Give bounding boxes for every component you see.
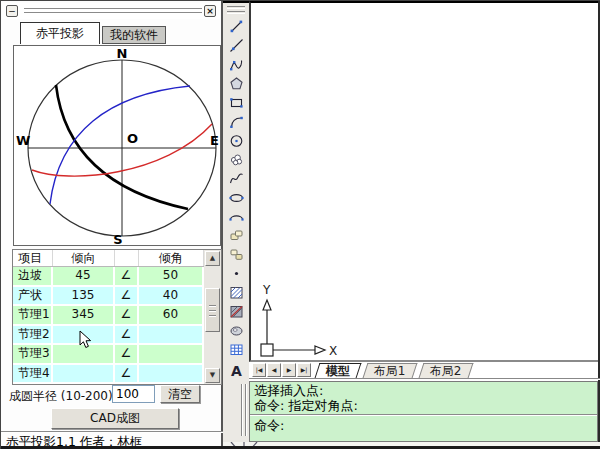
svg-text:A: A [231,363,242,377]
label-center: O [127,131,138,146]
radius-label: 成圆半径 (10-200) [9,388,113,405]
table-row[interactable]: 节理3 ∠ [13,345,221,365]
spline-tool-button[interactable] [225,169,247,188]
tab-layout1[interactable]: 布局1 [363,363,418,378]
arc-tool-button[interactable] [225,112,247,131]
point-icon [229,266,244,281]
table-row[interactable]: 节理4 ∠ [13,365,221,385]
spline-icon [229,171,244,186]
table-row[interactable]: 边坡 45 ∠ 50 [13,267,221,287]
construction-line-tool-button[interactable] [225,36,247,55]
tab-model[interactable]: 模型 [315,363,362,378]
titlebar-grip [24,8,202,11]
status-separator [1,431,223,433]
radius-input[interactable] [112,385,155,403]
table-row[interactable]: 节理1 345 ∠ 60 [13,306,221,326]
layout-tab-bar: |◀ ◀ ▶ ▶| 模型 布局1 布局2 [251,362,598,379]
attitude-table: 项目 倾向 倾角 边坡 45 ∠ 50 产状 135 ∠ 40 节理1 345 … [12,249,222,385]
header-item: 项目 [13,250,53,266]
close-button[interactable]: × [204,5,216,17]
command-history: 选择插入点: 命令: 指定对角点: [250,382,597,414]
command-input-line[interactable]: 命令: [250,416,597,435]
make-block-tool-button[interactable] [225,245,247,264]
line-icon [229,19,244,34]
make-block-icon [229,247,244,262]
app-window: − × 赤平投影 我的软件 N S W E O [0,0,600,449]
table-row[interactable]: 产状 135 ∠ 40 [13,287,221,307]
multiline-text-icon: A [229,361,244,376]
circle-tool-button[interactable] [225,131,247,150]
point-tool-button[interactable] [225,264,247,283]
header-angle-symbol [115,250,139,266]
command-window-divider [223,378,600,380]
scroll-down-icon[interactable]: ▼ [205,368,220,383]
tab-stereographic-projection[interactable]: 赤平投影 [20,22,100,44]
tab-layout2[interactable]: 布局2 [418,363,473,378]
arc-icon [229,114,244,129]
command-window[interactable]: 选择插入点: 命令: 指定对角点: 命令: [249,381,598,442]
polyline-icon [229,57,244,72]
clear-button[interactable]: 清空 [160,385,200,403]
stereonet-panel: − × 赤平投影 我的软件 N S W E O [1,1,223,449]
hatch-icon [229,285,244,300]
ellipse-icon [229,190,244,205]
rectangle-tool-button[interactable] [225,93,247,112]
first-tab-icon[interactable]: |◀ [252,363,266,377]
command-window-margin [223,377,249,449]
multiline-text-tool-button[interactable]: A [225,359,247,378]
scroll-up-icon[interactable]: ▲ [205,251,220,266]
header-dip-angle: 倾角 [139,250,204,266]
ucs-icon: Y X [257,282,341,362]
construction-line-icon [229,38,244,53]
toolbar-grip[interactable] [227,11,245,14]
revision-cloud-tool-button[interactable] [225,150,247,169]
polyline-tool-button[interactable] [225,55,247,74]
stereonet-plot: N S W E O [13,45,221,246]
revision-cloud-icon [229,152,244,167]
cad-plot-button[interactable]: CAD成图 [51,408,179,429]
circle-icon [229,133,244,148]
gradient-icon [229,304,244,319]
joint1-great-circle [50,86,190,204]
prev-tab-icon[interactable]: ◀ [267,363,281,377]
label-north: N [117,46,128,61]
label-west: W [16,133,30,148]
label-east: E [210,133,219,148]
line-tool-button[interactable] [225,17,247,36]
ellipse-arc-tool-button[interactable] [225,207,247,226]
next-tab-icon[interactable]: ▶ [282,363,296,377]
region-icon [229,323,244,338]
gradient-tool-button[interactable] [225,302,247,321]
titlebar-grip [24,12,202,15]
region-tool-button[interactable] [225,321,247,340]
ellipse-tool-button[interactable] [225,188,247,207]
table-scrollbar[interactable]: ▲ ▼ [204,250,221,384]
table-row[interactable]: 节理2 ∠ [13,326,221,346]
scrollbar-thumb[interactable] [205,288,220,332]
header-dip-direction: 倾向 [53,250,115,266]
toolbar-grip[interactable] [227,6,245,9]
panel-titlebar[interactable]: − × [2,3,220,19]
ellipse-arc-icon [229,209,244,224]
table-tool-button[interactable] [225,340,247,359]
command-history-line: 命令: 指定对角点: [254,398,593,413]
insert-block-tool-button[interactable] [225,226,247,245]
label-south: S [113,232,122,245]
minimize-button[interactable]: − [6,5,18,17]
table-header-row: 项目 倾向 倾角 [13,250,221,267]
hatch-tool-button[interactable] [225,283,247,302]
radius-row: 成圆半径 (10-200) 清空 [1,385,223,405]
command-window-grip[interactable] [241,384,243,436]
polygon-icon [229,76,244,91]
table-icon [229,342,244,357]
ucs-x-label: X [329,344,337,358]
command-window-grip[interactable] [245,384,247,436]
ucs-y-label: Y [262,283,271,297]
command-history-line: 选择插入点: [254,383,593,398]
mouse-cursor [79,330,92,349]
polygon-tool-button[interactable] [225,74,247,93]
last-tab-icon[interactable]: ▶| [297,363,311,377]
draw-toolbar: A [223,1,249,377]
rectangle-icon [229,95,244,110]
tab-my-software[interactable]: 我的软件 [102,26,166,44]
